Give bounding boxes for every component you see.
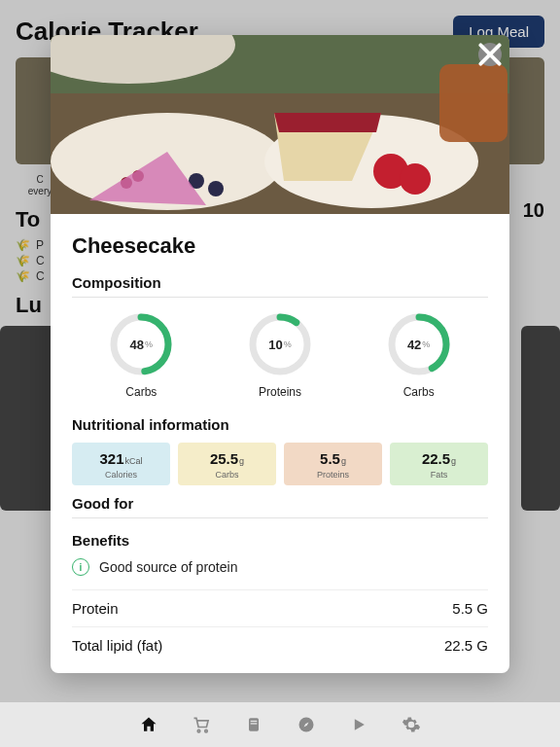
nutrition-card-carbs: 25.5g Carbs: [178, 443, 276, 485]
donut-chart: 48%: [108, 311, 174, 377]
nutrition-card-fats: 22.5g Fats: [390, 443, 488, 485]
svg-point-5: [400, 163, 431, 195]
donut-chart: 42%: [386, 311, 452, 377]
composition-heading: Composition: [72, 274, 488, 298]
nutrition-cards: 321kCal Calories 25.5g Carbs 5.5g Protei…: [72, 443, 488, 485]
cart-icon[interactable]: [192, 715, 211, 734]
recipe-icon[interactable]: [244, 715, 263, 734]
svg-point-18: [197, 729, 200, 732]
good-for-heading: Good for: [72, 495, 488, 518]
svg-rect-22: [251, 723, 258, 724]
settings-icon[interactable]: [402, 715, 421, 734]
home-icon[interactable]: [139, 715, 158, 734]
nutrition-card-proteins: 5.5g Proteins: [284, 443, 382, 485]
nutritional-heading: Nutritional information: [72, 416, 488, 433]
nutrient-row: Protein5.5 G: [72, 589, 488, 626]
composition-item: 48% Carbs: [108, 311, 174, 399]
food-title: Cheesecake: [72, 233, 488, 259]
compass-icon[interactable]: [297, 715, 316, 734]
nutrition-card-calories: 321kCal Calories: [72, 443, 170, 485]
svg-point-7: [208, 181, 224, 196]
svg-rect-20: [249, 718, 259, 730]
composition-item: 42% Carbs: [386, 311, 452, 399]
composition-item: 10% Proteins: [247, 311, 313, 399]
donut-chart: 10%: [247, 311, 313, 377]
food-hero-image: [51, 35, 509, 214]
close-button[interactable]: [478, 43, 502, 66]
svg-rect-10: [439, 64, 508, 142]
nutrient-row: Total lipid (fat)22.5 G: [72, 626, 488, 663]
play-icon[interactable]: [349, 715, 368, 734]
svg-rect-21: [251, 721, 258, 722]
benefits-heading: Benefits: [72, 532, 488, 549]
modal-overlay[interactable]: Cheesecake Composition 48% Carbs 10% Pro…: [0, 0, 560, 747]
food-detail-modal: Cheesecake Composition 48% Carbs 10% Pro…: [51, 35, 509, 673]
composition-row: 48% Carbs 10% Proteins 42% Ca: [72, 311, 488, 399]
svg-point-19: [205, 729, 208, 732]
benefit-item: i Good source of protein: [72, 558, 488, 576]
info-icon: i: [72, 558, 89, 576]
bottom-nav: [0, 702, 560, 747]
